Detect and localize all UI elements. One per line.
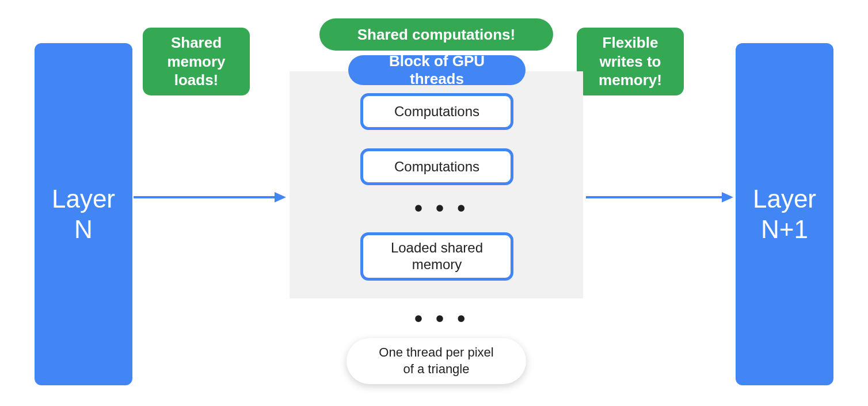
computations-box-2-text: Computations	[394, 159, 479, 175]
callout-shared-loads: Shared memory loads!	[143, 28, 250, 95]
callout-flexible-writes-text: Flexible writes to memory!	[599, 33, 662, 90]
layer-n-box: Layer N	[35, 43, 132, 385]
ellipsis-outer: • • •	[414, 306, 469, 332]
callout-shared-computations: Shared computations!	[319, 18, 553, 51]
layer-n1-label: Layer N+1	[753, 184, 816, 245]
computations-box-1: Computations	[360, 93, 513, 130]
thread-per-pixel-text: One thread per pixel of a triangle	[379, 344, 493, 377]
layer-n-label: Layer N	[52, 184, 115, 245]
svg-marker-3	[722, 192, 733, 202]
loaded-shared-memory-box: Loaded shared memory	[360, 232, 513, 281]
callout-flexible-writes: Flexible writes to memory!	[577, 28, 684, 95]
thread-per-pixel-note: One thread per pixel of a triangle	[347, 338, 526, 384]
gpu-block-header: Block of GPU threads	[348, 55, 526, 85]
loaded-shared-memory-text: Loaded shared memory	[391, 240, 483, 273]
svg-marker-1	[275, 192, 286, 202]
gpu-block-header-text: Block of GPU threads	[362, 52, 512, 88]
callout-shared-computations-text: Shared computations!	[357, 25, 515, 44]
computations-box-1-text: Computations	[394, 104, 479, 120]
computations-box-2: Computations	[360, 148, 513, 185]
callout-shared-loads-text: Shared memory loads!	[167, 33, 225, 90]
layer-n1-box: Layer N+1	[736, 43, 833, 385]
ellipsis-inner: • • •	[414, 196, 469, 221]
